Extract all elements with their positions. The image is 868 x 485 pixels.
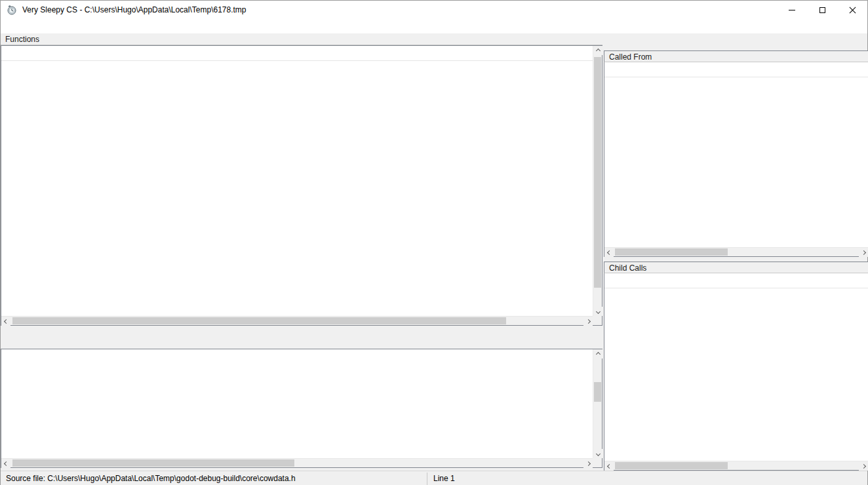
called-from-caption: Called From [604,50,868,62]
functions-caption: Functions [1,33,602,45]
window-title: Very Sleepy CS - C:\Users\Hugo\AppData\L… [22,5,247,14]
scroll-down-button[interactable] [593,307,602,316]
chevron-right-icon [861,250,865,254]
left-region: Functions [1,33,602,471]
status-divider [427,473,427,485]
menu-bar [1,19,867,33]
chevron-up-icon [595,48,600,52]
called-from-group: Called From [604,50,868,257]
scroll-down-button[interactable] [593,449,602,458]
chevron-left-icon [606,463,611,468]
app-window: Very Sleepy CS - C:\Users\Hugo\AppData\L… [0,0,868,485]
main-area: Functions [1,33,867,471]
child-calls-caption: Child Calls [604,262,868,273]
child-calls-group: Child Calls [604,262,868,471]
minimize-icon [789,10,795,10]
scrollbar-corner [593,316,602,325]
source-code-view[interactable] [1,349,593,458]
scroll-left-button[interactable] [1,459,10,468]
scroll-right-button[interactable] [859,248,868,257]
functions-horizontal-scrollbar[interactable] [1,316,593,325]
chevron-left-icon [3,319,8,323]
source-horizontal-scrollbar[interactable] [1,458,593,467]
scroll-left-button[interactable] [604,248,614,257]
app-icon [7,5,17,15]
scrollbar-thumb[interactable] [615,462,728,469]
called-from-horizontal-scrollbar[interactable] [604,247,868,256]
scrollbar-thumb[interactable] [594,57,601,288]
functions-table [1,45,602,326]
functions-table-header [1,46,593,61]
chevron-up-icon [595,351,600,356]
close-button[interactable] [837,1,867,19]
maximize-icon [819,7,825,13]
status-source-file: Source file: C:\Users\Hugo\AppData\Local… [6,474,296,483]
chevron-down-icon [595,451,600,456]
chevron-right-icon [585,461,590,465]
title-bar: Very Sleepy CS - C:\Users\Hugo\AppData\L… [1,1,867,19]
chevron-right-icon [861,463,865,468]
scrollbar-thumb[interactable] [12,317,506,324]
close-icon [849,7,856,14]
functions-table-body [1,61,593,316]
scrollbar-thumb[interactable] [594,382,601,402]
scrollbar-thumb[interactable] [615,248,728,256]
called-from-header [604,62,868,77]
child-calls-horizontal-scrollbar[interactable] [604,461,868,470]
functions-vertical-scrollbar[interactable] [593,46,602,316]
scrollbar-corner [593,458,602,467]
chevron-right-icon [585,319,590,323]
scroll-right-button[interactable] [583,317,593,326]
status-bar: Source file: C:\Users\Hugo\AppData\Local… [1,471,867,485]
scroll-up-button[interactable] [593,46,602,55]
right-region: Called From Child Calls [604,33,868,471]
chevron-down-icon [595,309,600,313]
scroll-right-button[interactable] [583,459,593,468]
chevron-left-icon [3,461,8,465]
status-line-number: Line 1 [433,474,455,483]
averages-content: Called From Child Calls [604,50,868,471]
minimize-button[interactable] [777,1,807,19]
source-panel [1,349,602,468]
maximize-button[interactable] [807,1,837,19]
chevron-left-icon [606,250,611,254]
scroll-up-button[interactable] [593,349,602,359]
scroll-right-button[interactable] [859,461,868,471]
child-calls-header [604,273,868,288]
scroll-left-button[interactable] [604,461,614,471]
scroll-left-button[interactable] [1,317,10,326]
source-vertical-scrollbar[interactable] [593,349,602,458]
scrollbar-thumb[interactable] [12,459,294,467]
